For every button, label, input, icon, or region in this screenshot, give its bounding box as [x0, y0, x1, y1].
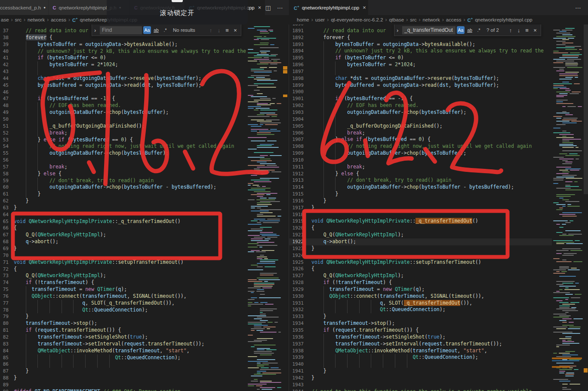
- line-number[interactable]: 1915: [292, 191, 304, 198]
- line-number[interactable]: 1900: [292, 89, 304, 95]
- code-line[interactable]: 1894 // unknown? just try 2 kB, this als…: [289, 48, 552, 55]
- breadcrumb-file[interactable]: qnetworkreplyhttpimpl.cpp: [475, 17, 533, 22]
- code-line[interactable]: 1943: [289, 382, 552, 388]
- code-line[interactable]: 78 Qt::QueuedConnection);: [0, 307, 246, 314]
- previous-match-icon[interactable]: ↑: [507, 26, 514, 34]
- line-number[interactable]: 1933: [292, 313, 304, 320]
- code-line[interactable]: 56: [0, 157, 246, 164]
- line-number[interactable]: 67: [0, 232, 9, 238]
- code-line[interactable]: 51 _q_bufferOutgoingDataFinished();: [0, 123, 246, 130]
- line-number[interactable]: 88: [0, 375, 9, 382]
- code-line[interactable]: 1898 char *dst = outgoingDataBuffer->res…: [289, 75, 552, 82]
- line-number[interactable]: 1898: [292, 75, 304, 82]
- line-number[interactable]: 1939: [292, 354, 304, 361]
- line-number[interactable]: 1930: [292, 293, 304, 300]
- line-number[interactable]: 57: [0, 164, 9, 171]
- code-line[interactable]: 66{: [0, 225, 246, 232]
- code-line[interactable]: 55 outgoingDataBuffer->chop(bytesToBuffe…: [0, 150, 246, 157]
- code-line[interactable]: 71void QNetworkReplyHttpImplPrivate::set…: [0, 259, 246, 266]
- line-number[interactable]: 87: [0, 368, 9, 375]
- code-line[interactable]: 43: [0, 68, 246, 75]
- code-line[interactable]: 48 // EOF has been reached.: [0, 102, 246, 109]
- line-number[interactable]: 90: [0, 388, 9, 391]
- find-input[interactable]: [402, 26, 456, 34]
- code-line[interactable]: 1935 if (request.transferTimeout()) {: [289, 327, 552, 334]
- code-line[interactable]: 41 if (bytesToBuffer <= 0): [0, 55, 246, 61]
- code-line[interactable]: 1911 break;: [289, 164, 552, 171]
- code-line[interactable]: 79 }: [0, 313, 246, 320]
- line-number[interactable]: 54: [0, 143, 9, 150]
- line-number[interactable]: 39: [0, 41, 9, 48]
- code-line[interactable]: 76 QObject::connect(transferTimeout, SIG…: [0, 293, 246, 300]
- tab-qnetworkreplyhttpimpl-cpp-right[interactable]: C+ qnetworkreplyhttpimpl.cpp ×: [289, 0, 369, 15]
- line-number[interactable]: 1940: [292, 361, 304, 368]
- editor-left[interactable]: 37 // read data into our 38 forever {39 …: [0, 24, 246, 391]
- line-number[interactable]: 1903: [292, 109, 304, 116]
- line-number[interactable]: 43: [0, 68, 9, 75]
- line-number[interactable]: 1897: [292, 68, 304, 75]
- code-line[interactable]: 68 q->abort();: [0, 238, 246, 245]
- whole-word-toggle[interactable]: ab: [466, 26, 474, 34]
- line-number[interactable]: 82: [0, 334, 9, 341]
- line-number[interactable]: 1902: [292, 102, 304, 109]
- code-line[interactable]: 40 // unknown? just try 2 kB, this also …: [0, 48, 246, 55]
- code-line[interactable]: 82 transferTimeout->setSingleShot(true);: [0, 334, 246, 341]
- line-number[interactable]: 79: [0, 313, 9, 320]
- line-number[interactable]: 1908: [292, 143, 304, 150]
- code-line[interactable]: 1931 q, SLOT(_q_transferTimedOut()),: [289, 300, 552, 307]
- line-number[interactable]: 1894: [292, 48, 304, 55]
- line-number[interactable]: 83: [0, 341, 9, 348]
- line-number[interactable]: 66: [0, 225, 9, 232]
- line-number[interactable]: 84: [0, 348, 9, 354]
- line-number[interactable]: 1921: [292, 232, 304, 238]
- line-number[interactable]: 1922: [292, 238, 304, 245]
- code-line[interactable]: 1907 } else if (bytesBuffered == 0) {: [289, 136, 552, 143]
- chevron-right-icon[interactable]: ›: [397, 27, 401, 34]
- code-line[interactable]: 1895 if (bytesToBuffer <= 0): [289, 55, 552, 61]
- line-number[interactable]: 1920: [292, 225, 304, 232]
- match-case-toggle[interactable]: Aa: [457, 26, 465, 34]
- code-line[interactable]: 53 } else if (bytesBuffered == 0) {: [0, 137, 246, 144]
- breadcrumb-item[interactable]: ase: [1, 17, 9, 22]
- code-line[interactable]: 67 Q_Q(QNetworkReplyHttpImpl);: [0, 232, 246, 238]
- breadcrumb-item[interactable]: src: [15, 17, 22, 22]
- line-number[interactable]: 1936: [292, 334, 304, 341]
- code-line[interactable]: 88}: [0, 375, 246, 382]
- code-line[interactable]: 1932 Qt::QueuedConnection);: [289, 306, 552, 313]
- code-line[interactable]: 1906 break;: [289, 130, 552, 137]
- code-line[interactable]: 86: [0, 361, 246, 368]
- code-line[interactable]: 75 transferTimeout = new QTimer(q);: [0, 286, 246, 293]
- line-number[interactable]: 45: [0, 82, 9, 89]
- previous-match-icon[interactable]: ↑: [207, 26, 214, 34]
- code-line[interactable]: 1937 transferTimeout->setInterval(reques…: [289, 341, 552, 348]
- line-number[interactable]: 41: [0, 55, 9, 61]
- code-line[interactable]: 89: [0, 382, 246, 388]
- line-number[interactable]: 1910: [292, 157, 304, 164]
- line-number[interactable]: 73: [0, 272, 9, 279]
- line-number[interactable]: 1890: [292, 24, 304, 27]
- editor-right[interactable]: 18901891 // read data into our 1892 fore…: [289, 24, 552, 391]
- code-line[interactable]: 60 outgoingDataBuffer->chop(bytesToBuffe…: [0, 184, 246, 191]
- breadcrumb-item[interactable]: network: [28, 17, 45, 22]
- code-line[interactable]: 1913 // don't break, try to read() again: [289, 177, 552, 184]
- line-number[interactable]: 1923: [292, 245, 304, 252]
- line-number[interactable]: 1901: [292, 95, 304, 102]
- line-number[interactable]: 1928: [292, 279, 304, 286]
- code-line[interactable]: 1926{: [289, 266, 552, 272]
- code-line[interactable]: 49 outgoingDataBuffer->chop(bytesToBuffe…: [0, 109, 246, 116]
- minimap-right[interactable]: [552, 24, 584, 391]
- line-number[interactable]: 46: [0, 89, 9, 96]
- line-number[interactable]: 1892: [292, 34, 304, 41]
- line-number[interactable]: 70: [0, 252, 9, 259]
- code-line[interactable]: 44 char *dst = outgoingDataBuffer->reser…: [0, 75, 246, 82]
- line-number[interactable]: 1905: [292, 123, 304, 130]
- breadcrumb-item[interactable]: access: [51, 17, 66, 22]
- code-line[interactable]: 59 // don't break, try to read() again: [0, 177, 246, 184]
- code-line[interactable]: 77 q, SLOT(_q_transferTimedOut()),: [0, 300, 246, 307]
- line-number[interactable]: 1914: [292, 184, 304, 191]
- line-number[interactable]: 89: [0, 382, 9, 388]
- line-number[interactable]: 1927: [292, 272, 304, 279]
- line-number[interactable]: 1926: [292, 266, 304, 272]
- code-line[interactable]: 1923}: [289, 245, 552, 252]
- line-number[interactable]: 1893: [292, 41, 304, 48]
